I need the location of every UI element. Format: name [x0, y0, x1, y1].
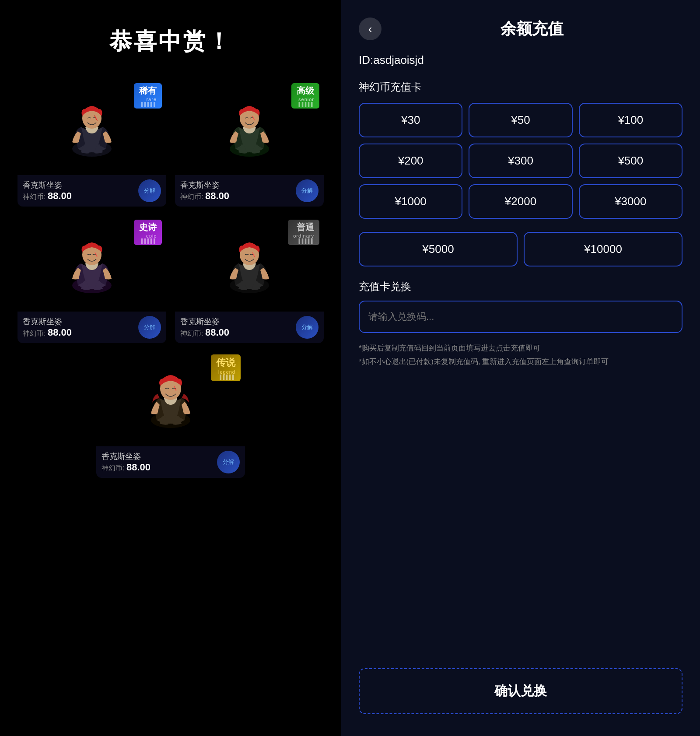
decompose-btn-legend[interactable]: 分解	[217, 451, 240, 473]
card-epic: 史诗 epic ▌▌▌▌▌	[18, 215, 166, 343]
card-info-legend: 香克斯坐姿 神幻币: 88.00 分解	[96, 446, 245, 478]
card-amount-epic: 88.00	[48, 327, 72, 338]
character-figure-ordinary	[223, 228, 276, 298]
card-name-senior: 香克斯坐姿	[180, 180, 229, 190]
card-currency-ordinary: 神幻币: 88.00	[180, 327, 229, 338]
card-info-epic: 香克斯坐姿 神幻币: 88.00 分解	[18, 312, 166, 343]
right-header: ‹ 余额充值	[341, 0, 700, 53]
amount-btn-2000[interactable]: ¥2000	[469, 184, 572, 219]
card-info-rare: 香克斯坐姿 神幻币: 88.00 分解	[18, 175, 166, 207]
card-name-epic: 香克斯坐姿	[23, 316, 72, 327]
amount-btn-30[interactable]: ¥30	[359, 103, 462, 137]
card-image-senior: 高级 senior ▌▌▌▌▌	[175, 79, 324, 175]
confirm-button[interactable]: 确认兑换	[359, 668, 682, 714]
character-figure-rare	[66, 92, 118, 162]
badge-ordinary: 普通 ordinary ▌▌▌▌▌	[288, 220, 319, 245]
card-amount-rare: 88.00	[48, 190, 72, 201]
amount-btn-200[interactable]: ¥200	[359, 144, 462, 178]
badge-senior: 高级 senior ▌▌▌▌▌	[291, 83, 319, 109]
user-id: ID:asdjaoisjd	[359, 53, 682, 67]
card-image-legend: 传说 legend ▌▌▌▌▌	[96, 350, 245, 446]
card-rare: 稀有 rare ▌▌▌▌▌	[18, 79, 166, 207]
page-title: 余额充值	[382, 18, 682, 40]
badge-legend: 传说 legend ▌▌▌▌▌	[211, 354, 241, 381]
card-image-epic: 史诗 epic ▌▌▌▌▌	[18, 215, 166, 312]
badge-epic: 史诗 epic ▌▌▌▌▌	[134, 220, 162, 245]
character-figure-senior	[223, 92, 276, 162]
amount-btn-100[interactable]: ¥100	[579, 103, 682, 137]
notice-text: *购买后复制充值码回到当前页面填写进去点击充值即可 *如不小心退出(已付款)未复…	[359, 342, 682, 368]
card-ordinary: 普通 ordinary ▌▌▌▌▌	[175, 215, 324, 343]
legend-card-row: 传说 legend ▌▌▌▌▌	[96, 350, 245, 478]
main-title: 恭喜中赏！	[109, 26, 232, 57]
redeem-input[interactable]	[359, 301, 682, 333]
decompose-btn-ordinary[interactable]: 分解	[296, 316, 318, 339]
card-legend: 传说 legend ▌▌▌▌▌	[96, 350, 245, 478]
right-content: ID:asdjaoisjd 神幻币充值卡 ¥30 ¥50 ¥100 ¥200 ¥…	[341, 53, 700, 659]
card-senior: 高级 senior ▌▌▌▌▌	[175, 79, 324, 207]
card-currency-legend: 神幻币: 88.00	[102, 462, 150, 473]
badge-rare: 稀有 rare ▌▌▌▌▌	[134, 83, 162, 109]
card-amount-legend: 88.00	[126, 462, 150, 473]
character-figure-legend	[144, 363, 197, 433]
card-currency-senior: 神幻币: 88.00	[180, 190, 229, 202]
card-image-ordinary: 普通 ordinary ▌▌▌▌▌	[175, 215, 324, 312]
card-name-rare: 香克斯坐姿	[23, 180, 72, 190]
card-currency-rare: 神幻币: 88.00	[23, 190, 72, 202]
back-button[interactable]: ‹	[359, 18, 382, 40]
amount-grid: ¥30 ¥50 ¥100 ¥200 ¥300 ¥500 ¥1000 ¥2000 …	[359, 103, 682, 219]
card-section-label: 神幻币充值卡	[359, 80, 682, 94]
decompose-btn-epic[interactable]: 分解	[138, 316, 161, 339]
confirm-btn-area: 确认兑换	[341, 659, 700, 736]
amount-btn-500[interactable]: ¥500	[579, 144, 682, 178]
amount-btn-3000[interactable]: ¥3000	[579, 184, 682, 219]
character-figure-epic	[66, 228, 118, 298]
card-name-ordinary: 香克斯坐姿	[180, 316, 229, 327]
amount-btn-1000[interactable]: ¥1000	[359, 184, 462, 219]
card-image-rare: 稀有 rare ▌▌▌▌▌	[18, 79, 166, 175]
card-name-legend: 香克斯坐姿	[102, 451, 150, 462]
right-panel: ‹ 余额充值 ID:asdjaoisjd 神幻币充值卡 ¥30 ¥50 ¥100…	[341, 0, 700, 736]
card-amount-senior: 88.00	[205, 190, 229, 201]
cards-grid: 稀有 rare ▌▌▌▌▌	[18, 79, 324, 343]
decompose-btn-rare[interactable]: 分解	[138, 179, 161, 202]
decompose-btn-senior[interactable]: 分解	[296, 179, 318, 202]
amount-btn-50[interactable]: ¥50	[469, 103, 572, 137]
card-currency-epic: 神幻币: 88.00	[23, 327, 72, 338]
card-info-ordinary: 香克斯坐姿 神幻币: 88.00 分解	[175, 312, 324, 343]
special-amount-row: ¥5000 ¥10000	[359, 232, 682, 266]
amount-btn-10000[interactable]: ¥10000	[524, 232, 682, 266]
amount-btn-300[interactable]: ¥300	[469, 144, 572, 178]
amount-btn-5000[interactable]: ¥5000	[359, 232, 518, 266]
card-info-senior: 香克斯坐姿 神幻币: 88.00 分解	[175, 175, 324, 207]
left-panel: 恭喜中赏！ 稀有 rare ▌▌▌▌▌	[0, 0, 341, 736]
card-amount-ordinary: 88.00	[205, 327, 229, 338]
redeem-section-label: 充值卡兑换	[359, 280, 682, 294]
